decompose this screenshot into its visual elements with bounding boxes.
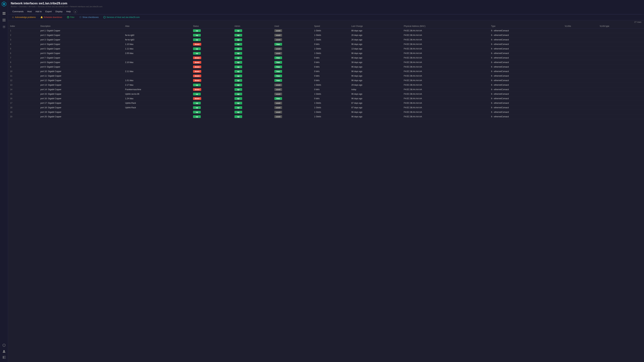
cell-vlans: [563, 42, 598, 46]
cell-status: down: [191, 42, 232, 46]
table-row[interactable]: 7 port 7: Gigabit Copper down up free 0 …: [8, 56, 644, 60]
table-row[interactable]: 6 port 6: Gigabit Copper 2.05 blau up up…: [8, 51, 644, 56]
menu-host[interactable]: Host: [26, 9, 33, 13]
table-row[interactable]: 3 port 3: Gigabit Copper fw-ks-igb3 up u…: [8, 37, 644, 42]
svg-point-19: [3, 350, 5, 352]
acknowledge-problems-button[interactable]: ⚠ Acknowledge problems: [10, 15, 38, 19]
badge-admin: up: [234, 97, 242, 100]
toolbar: ⚠ Acknowledge problems 🔔 Schedule downti…: [8, 14, 644, 20]
table-row[interactable]: 20 port 20: Gigabit Copper up up used 1 …: [8, 114, 644, 119]
cell-status: up: [191, 92, 232, 96]
cell-admin: up: [232, 96, 272, 101]
cell-admin: up: [232, 33, 272, 37]
filter-button[interactable]: Filter: [65, 15, 76, 19]
cell-admin: up: [232, 56, 272, 60]
cell-status: up: [191, 33, 232, 37]
menu-export[interactable]: Export: [44, 9, 54, 13]
menu-collapse-button[interactable]: ▲: [74, 10, 77, 13]
cell-mac: F4:EC:38:AA:AA:AA: [402, 74, 489, 78]
table-row[interactable]: 18 port 18: Gigabit Copper Uplink-Rack u…: [8, 105, 644, 110]
cell-vlans: [563, 87, 598, 92]
cell-last-change: 96 days ago: [349, 74, 402, 78]
table-row[interactable]: 13 port 13: Gigabit Copper 2.17 blau up …: [8, 83, 644, 87]
cell-description: port 10: Gigabit Copper: [38, 69, 123, 74]
cell-type: 6 - ethernetCsmacd: [489, 46, 563, 51]
svg-text:i: i: [104, 17, 105, 18]
table-row[interactable]: 8 port 8: Gigabit Copper 2.10 blau down …: [8, 60, 644, 65]
app-logo[interactable]: [1, 1, 7, 7]
cell-alias: fw-ks-igb3: [123, 37, 191, 42]
cell-type: 6 - ethernetCsmacd: [489, 105, 563, 110]
table-row[interactable]: 14 port 14: Gigabit Copper Frankiermasch…: [8, 87, 644, 92]
services-of-host-button[interactable]: i Services of Host sw1.lan.tribe29.com: [102, 15, 141, 19]
table-row[interactable]: 19 port 19: Gigabit Copper up up used 1 …: [8, 110, 644, 114]
cell-status: up: [191, 46, 232, 51]
cell-vlans: [563, 65, 598, 69]
cell-admin: up: [232, 28, 272, 33]
col-type: Type: [489, 24, 563, 28]
cell-status: down: [191, 78, 232, 83]
cell-index: 4: [8, 42, 38, 46]
cell-index: 6: [8, 51, 38, 56]
cell-status: up: [191, 114, 232, 119]
cell-used: used: [272, 37, 312, 42]
sidebar-item-dashboard[interactable]: [1, 11, 7, 16]
cell-speed: 1 Gbit/s: [312, 37, 349, 42]
table-row[interactable]: 17 port 17: Gigabit Copper Uplink-Rack u…: [8, 101, 644, 105]
sidebar-item-user[interactable]: [1, 349, 7, 354]
cell-vlan-type: [598, 28, 644, 33]
sidebar-item-settings[interactable]: [1, 24, 7, 29]
badge-admin: up: [234, 93, 242, 95]
cell-type: 6 - ethernetCsmacd: [489, 92, 563, 96]
badge-admin: up: [234, 75, 242, 77]
cell-used: free: [272, 60, 312, 65]
cell-vlan-type: [598, 51, 644, 56]
cell-mac: F4:EC:38:AA:AA:AA: [402, 110, 489, 114]
table-row[interactable]: 15 port 15: Gigabit Copper Uplink sw-ks-…: [8, 92, 644, 96]
menu-help[interactable]: Help: [64, 9, 72, 13]
cell-mac: F4:EC:38:AA:AA:AA: [402, 56, 489, 60]
schedule-downtimes-button[interactable]: 🔔 Schedule downtimes: [39, 15, 64, 19]
cell-type: 6 - ethernetCsmacd: [489, 96, 563, 101]
table-row[interactable]: 10 port 10: Gigabit Copper 2.11 blau dow…: [8, 69, 644, 74]
badge-admin: up: [234, 52, 242, 55]
cell-admin: up: [232, 65, 272, 69]
menu-add-to[interactable]: Add to: [34, 9, 44, 13]
table-row[interactable]: 12 port 12: Gigabit Copper 1.01 blau dow…: [8, 78, 644, 83]
cell-last-change: 87 days ago: [349, 105, 402, 110]
cell-speed: 0 bit/s: [312, 78, 349, 83]
cell-vlan-type: [598, 65, 644, 69]
col-alias: Alias: [123, 24, 191, 28]
table-row[interactable]: 1 port 1: Gigabit Copper up up used 1 Gb…: [8, 28, 644, 33]
menu-commands[interactable]: Commands: [11, 9, 25, 13]
cell-speed: 1 Gbit/s: [312, 33, 349, 37]
cell-vlans: [563, 114, 598, 119]
cell-index: 5: [8, 46, 38, 51]
cell-alias: 2.05 blau: [123, 51, 191, 56]
cell-index: 8: [8, 60, 38, 65]
cell-alias: 1.01 blau: [123, 78, 191, 83]
cell-type: 6 - ethernetCsmacd: [489, 37, 563, 42]
cell-type: 6 - ethernetCsmacd: [489, 101, 563, 105]
cell-description: port 3: Gigabit Copper: [38, 37, 123, 42]
badge-status: up: [193, 102, 201, 104]
cell-vlans: [563, 83, 598, 87]
sidebar-item-toggle[interactable]: [1, 355, 7, 360]
table-row[interactable]: 2 port 2: Gigabit Copper fw-ks-igb0 up u…: [8, 33, 644, 37]
cell-status: down: [191, 69, 232, 74]
cell-used: used: [272, 101, 312, 105]
row-count: 27 rows: [8, 20, 644, 24]
menu-display[interactable]: Display: [54, 9, 64, 13]
badge-admin: up: [234, 61, 242, 64]
table-row[interactable]: 16 port 16: Gigabit Copper 1.24 blau dow…: [8, 96, 644, 101]
table-row[interactable]: 4 port 4: Gigabit Copper 1.10 blau down …: [8, 42, 644, 46]
table-row[interactable]: 11 port 11: Gigabit Copper down up free …: [8, 74, 644, 78]
cell-description: port 18: Gigabit Copper: [38, 105, 123, 110]
table-row[interactable]: 9 port 9: Gigabit Copper down up free 0 …: [8, 65, 644, 69]
table-row[interactable]: 5 port 5: Gigabit Copper 1.11 blau up up…: [8, 46, 644, 51]
show-checkboxes-button[interactable]: ☐ Show checkboxes: [78, 15, 100, 19]
cell-vlans: [563, 110, 598, 114]
sidebar-item-grid[interactable]: [1, 17, 7, 23]
cell-last-change: 96 days ago: [349, 78, 402, 83]
sidebar-item-info[interactable]: i: [1, 343, 7, 348]
